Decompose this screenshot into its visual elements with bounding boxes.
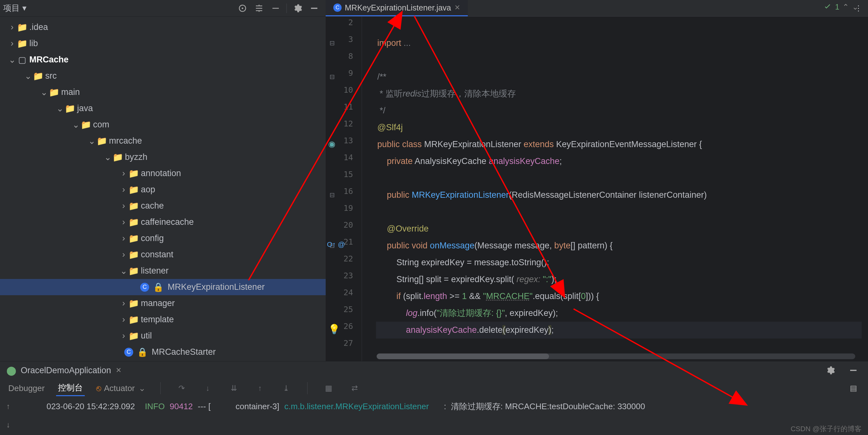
chevron-right-icon: › [9,22,15,32]
tree-node-cache[interactable]: ›📁cache [0,198,326,214]
hide-panel-icon[interactable] [845,362,862,379]
inspection-indicator[interactable]: 1 ⌃ ⌄ [823,3,859,11]
collapse-all-icon[interactable] [267,0,284,16]
settings-icon[interactable] [289,0,306,16]
tree-node-config[interactable]: ›📁config [0,230,326,246]
log-level: INFO [145,402,165,411]
tree-node-idea[interactable]: ›📁.idea [0,19,326,35]
tree-node-caffeinecache[interactable]: ›📁caffeinecache [0,214,326,230]
package-icon: 📁 [82,121,91,129]
tree-node-util[interactable]: ›📁util [0,328,326,344]
chevron-right-icon: › [120,298,127,308]
inspection-caret-icon: ⌄ [852,3,859,11]
lock-icon: 🔒 [153,282,164,292]
tree-node-aop[interactable]: ›📁aop [0,181,326,198]
tree-node-mrcache-pkg[interactable]: ⌄📁mrcache [0,133,326,149]
log-message: : 清除过期缓存: MRCACHE:testDoubleCache: 33000… [444,402,645,411]
line-number-gutter[interactable]: 238910111213141516192021222324252627 [326,16,362,361]
chevron-right-icon: › [120,201,127,211]
log-pid: 90412 [170,402,193,411]
project-tree[interactable]: ›📁.idea ›📁lib ⌄▢MRCache ⌄📁src ⌄📁main ⌄📁j… [0,16,326,361]
code-editor[interactable]: import .../** * 监听redis过期缓存，清除本地缓存 */@Sl… [376,16,868,361]
inspection-count: 1 [835,3,839,11]
tree-node-mrcache[interactable]: ⌄▢MRCache [0,52,326,68]
marker-gutter: ⊟⊟⊟◉⊟⊟O↑ @💡 [362,16,376,361]
run-tool-window: ⬤ OracelDemoApplication ✕ Debugger 控制台 ⎋… [0,361,868,435]
chevron-right-icon: › [120,250,127,260]
module-icon: ▢ [18,56,27,64]
tree-node-java[interactable]: ⌄📁java [0,100,326,116]
log-class: c.m.b.listener.MRKeyExpirationListener [284,402,429,411]
package-icon: 📁 [129,315,138,324]
horizontal-scrollbar[interactable] [377,354,855,359]
package-icon: 📁 [129,234,138,243]
svg-point-1 [242,7,243,9]
tree-node-file-listener[interactable]: C🔒MRKeyExpirationListener [0,279,326,295]
chevron-right-icon: › [9,38,15,48]
package-icon: 📁 [129,218,138,227]
chevron-right-icon: › [120,217,127,227]
package-icon: 📁 [129,202,138,210]
folder-icon: 📁 [34,72,43,80]
folder-icon: 📁 [50,88,59,97]
chevron-down-icon: ⌄ [57,103,63,114]
project-view-selector[interactable]: 项目 ▾ [3,3,26,14]
editor-tabbar: C MRKeyExpirationListener.java ✕ ⋮ [326,0,868,16]
tree-node-listener[interactable]: ⌄📁listener [0,263,326,279]
tree-node-byzzh[interactable]: ⌄📁byzzh [0,149,326,165]
tab-label: MRKeyExpirationListener.java [345,3,451,12]
run-config-title[interactable]: OracelDemoApplication [21,366,111,375]
run-config-icon: ⬤ [6,365,16,376]
editor-panel: C MRKeyExpirationListener.java ✕ ⋮ 23891… [326,0,868,361]
package-icon: 📁 [129,185,138,194]
watermark: CSDN @张子行的博客 [790,424,862,434]
package-icon: 📁 [129,332,138,340]
package-icon: 📁 [129,250,138,259]
check-icon [823,3,832,11]
tree-node-template[interactable]: ›📁template [0,311,326,328]
package-icon: 📁 [97,137,106,145]
tree-node-main[interactable]: ⌄📁main [0,84,326,100]
select-opened-file-icon[interactable] [234,0,251,16]
scrollbar-thumb[interactable] [377,354,549,359]
editor-tab[interactable]: C MRKeyExpirationListener.java ✕ [326,0,468,16]
chevron-down-icon: ⌄ [89,136,95,146]
inspection-caret-icon: ⌃ [842,3,849,11]
java-class-icon: C [333,3,342,12]
close-run-tab-icon[interactable]: ✕ [116,366,121,374]
java-class-icon: C [124,348,133,357]
folder-icon: 📁 [18,23,27,32]
tree-node-starter[interactable]: C🔒MRCacheStarter [0,344,326,360]
log-thread: container-3] [236,402,279,411]
dropdown-caret-icon: ▾ [22,3,26,13]
scroll-down-icon[interactable]: ↓ [6,420,10,429]
tree-node-annotation[interactable]: ›📁annotation [0,165,326,181]
chevron-down-icon: ⌄ [41,87,47,97]
chevron-right-icon: › [120,168,127,178]
chevron-right-icon: › [120,185,127,195]
tree-node-com[interactable]: ⌄📁com [0,116,326,133]
tree-node-src[interactable]: ⌄📁src [0,68,326,84]
sidebar-title-label: 项目 [3,3,20,14]
settings-icon[interactable] [822,362,839,379]
log-timestamp: 023-06-20 15:42:29.092 [46,402,135,411]
project-tool-window: 项目 ▾ ›📁.idea ›📁lib ⌄▢MRCache ⌄📁src ⌄📁mai… [0,0,326,361]
tree-node-lib[interactable]: ›📁lib [0,35,326,52]
chevron-down-icon: ⌄ [73,120,79,130]
package-icon: 📁 [114,153,122,162]
lock-icon: 🔒 [137,347,148,357]
chevron-down-icon: ⌄ [25,71,31,81]
chevron-down-icon: ⌄ [104,152,111,162]
chevron-right-icon: › [120,314,127,325]
java-class-icon: C [140,283,149,292]
expand-all-icon[interactable] [251,0,267,16]
folder-icon: 📁 [18,39,27,48]
chevron-right-icon: › [120,331,127,341]
scroll-up-icon[interactable]: ↑ [6,402,10,411]
console-output[interactable]: ↑ 023-06-20 15:42:29.092 INFO 90412 --- … [0,397,868,415]
tree-node-manager[interactable]: ›📁manager [0,295,326,311]
close-tab-icon[interactable]: ✕ [455,3,460,12]
package-icon: 📁 [129,169,138,178]
hide-panel-icon[interactable] [306,0,322,16]
tree-node-constant[interactable]: ›📁constant [0,246,326,263]
